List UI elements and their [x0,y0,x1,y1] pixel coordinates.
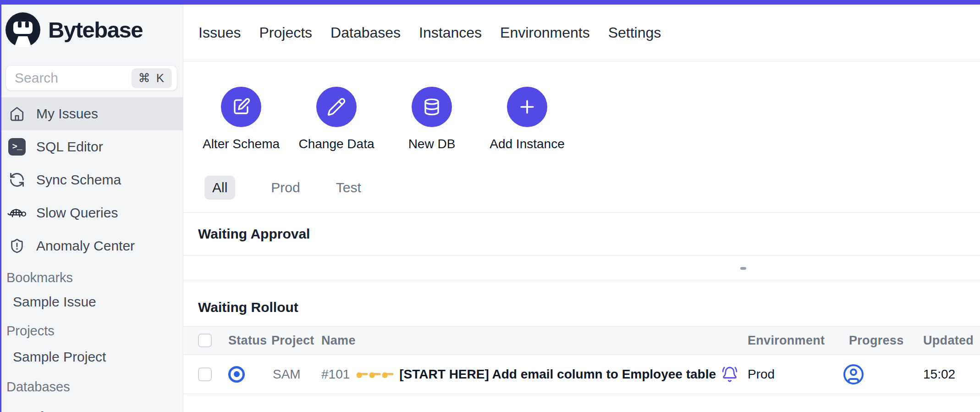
sync-icon [7,172,27,188]
waiting-approval-empty-row: – [184,256,980,280]
filter-tab-prod[interactable]: Prod [271,180,300,195]
issue-name-cell: #101 👉👉👉 [START HERE] Add email column t… [321,366,748,383]
top-nav: Issues Projects Databases Instances Envi… [184,5,980,61]
brand-logo[interactable]: Bytebase [0,5,183,47]
left-accent-line [0,0,1,412]
quick-actions: Alter Schema Change Data New DB [184,87,980,151]
quick-action-label: New DB [408,137,456,151]
updated-time: 15:02 [923,367,980,382]
sidebar-item-sample-project[interactable]: Sample Project [0,347,183,367]
database-icon [412,87,452,127]
shield-alert-icon [7,238,27,254]
column-updated: Updated [923,334,980,348]
status-open-icon [228,366,271,383]
tab-projects[interactable]: Projects [259,24,312,41]
brand-name: Bytebase [48,17,143,43]
top-accent-bar [0,0,980,5]
terminal-icon: >_ [7,138,27,156]
sidebar-nav: My Issues >_ SQL Editor Sync Schema [0,97,183,262]
pointing-hand-icons [356,370,394,379]
quick-action-label: Alter Schema [203,137,280,151]
edit-square-icon [221,87,261,127]
pencil-icon [316,87,357,127]
waiting-approval-heading: Waiting Approval [184,213,980,256]
change-data-button[interactable]: Change Data [289,87,384,151]
sidebar-item-anomaly-center[interactable]: Anomaly Center [0,229,183,262]
filter-tab-all[interactable]: All [204,176,235,200]
search-input[interactable]: Search ⌘ K [6,65,177,91]
waiting-rollout-heading: Waiting Rollout [184,280,980,326]
empty-placeholder-dash [740,267,746,270]
turtle-icon [7,206,27,220]
new-db-button[interactable]: New DB [384,87,479,151]
alter-schema-button[interactable]: Alter Schema [193,87,289,151]
quick-action-label: Add Instance [490,137,564,151]
row-checkbox[interactable] [198,367,212,381]
column-environment: Environment [748,334,849,348]
sidebar-item-my-issues[interactable]: My Issues [0,97,183,130]
sidebar-section-projects: Projects [0,322,183,340]
tab-databases[interactable]: Databases [330,24,401,41]
tab-settings[interactable]: Settings [608,24,661,41]
tab-issues[interactable]: Issues [198,24,241,41]
sidebar-item-label: SQL Editor [36,139,103,155]
sidebar-item-label: Slow Queries [36,205,118,221]
search-placeholder: Search [15,70,132,86]
issue-row[interactable]: SAM #101 👉👉👉 [START HERE] Add email colu… [184,355,980,394]
quick-action-label: Change Data [298,137,374,151]
main-area: Issues Projects Databases Instances Envi… [184,5,980,412]
sidebar-item-sync-schema[interactable]: Sync Schema [0,163,183,196]
tab-environments[interactable]: Environments [500,24,590,41]
sidebar-item-slow-queries[interactable]: Slow Queries [0,196,183,229]
home-icon [7,106,27,122]
project-key: SAM [271,367,321,382]
add-instance-button[interactable]: Add Instance [479,87,575,151]
filter-tab-test[interactable]: Test [336,180,361,195]
plus-icon [507,87,547,127]
sidebar-section-bookmarks: Bookmarks [0,269,183,286]
sidebar-item-sql-editor[interactable]: >_ SQL Editor [0,130,183,163]
sidebar-item-sample-issue[interactable]: Sample Issue [0,292,183,312]
column-project: Project [271,334,321,348]
column-progress: Progress [849,334,923,348]
column-name: Name [321,334,748,348]
issue-table-header: Status Project Name Environment Progress… [184,326,980,355]
environment-filter-tabs: All Prod Test [184,151,980,213]
environment-value: Prod [748,367,849,382]
issue-id: #101 [321,367,350,382]
sidebar-section-databases: Databases [0,378,183,395]
search-shortcut-badge: ⌘ K [132,68,172,88]
bell-ring-icon [721,366,738,383]
sidebar: Bytebase Search ⌘ K My Issues >_ SQL Edi… [0,5,183,412]
sidebar-item-label: Sync Schema [36,172,121,188]
progress-assignee-icon[interactable] [842,363,923,385]
issue-title: [START HERE] Add email column to Employe… [399,367,716,382]
bytebase-logo-icon [6,12,40,47]
select-all-checkbox[interactable] [198,334,212,347]
column-status: Status [228,334,271,348]
sidebar-item-label: My Issues [36,106,98,122]
sidebar-item-prod-db[interactable]: Prod [0,407,183,412]
tab-instances[interactable]: Instances [419,24,482,41]
sidebar-item-label: Anomaly Center [36,238,135,254]
